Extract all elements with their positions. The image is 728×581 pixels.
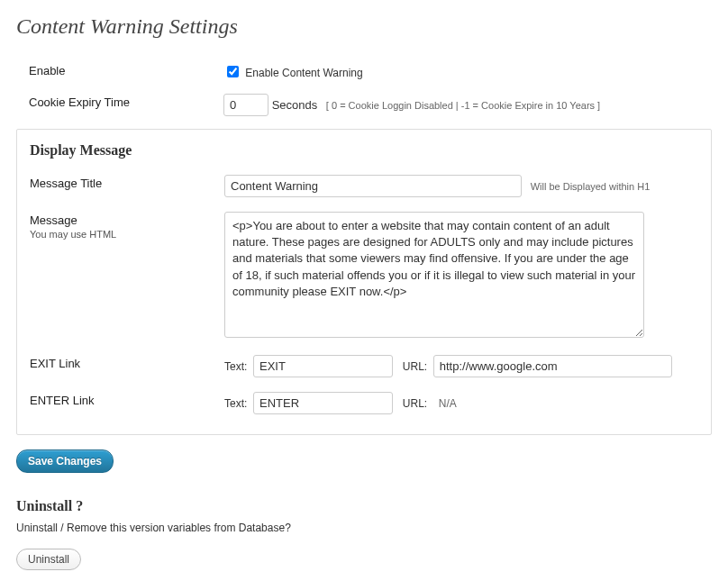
display-message-box: Display Message Message Title Will be Di… [16, 129, 712, 435]
message-title-hint: Will be Displayed within H1 [531, 181, 651, 192]
exit-text-input[interactable] [253, 355, 393, 377]
enter-text-input[interactable] [253, 392, 393, 414]
exit-url-input[interactable] [433, 355, 672, 377]
cookie-hint: [ 0 = Cookie Loggin Disabled | -1 = Cook… [326, 100, 600, 111]
message-title-label: Message Title [17, 168, 215, 204]
exit-url-label: URL: [403, 360, 427, 373]
enable-label: Enable [16, 55, 214, 86]
uninstall-button[interactable]: Uninstall [16, 549, 81, 570]
enter-url-label: URL: [403, 397, 427, 410]
display-heading: Display Message [30, 142, 711, 159]
save-button[interactable]: Save Changes [16, 449, 114, 473]
message-textarea[interactable] [224, 212, 644, 338]
exit-text-label: Text: [224, 360, 247, 373]
uninstall-heading: Uninstall ? [16, 498, 712, 514]
enter-text-label: Text: [224, 397, 247, 410]
cookie-label: Cookie Expiry Time [16, 86, 214, 123]
enter-link-label: ENTER Link [17, 385, 215, 422]
message-title-input[interactable] [224, 175, 522, 197]
cookie-expiry-input[interactable] [223, 94, 268, 116]
enter-url-value: N/A [439, 397, 457, 410]
message-sub: You may use HTML [30, 229, 206, 240]
cookie-unit: Seconds [272, 98, 318, 112]
page-title: Content Warning Settings [16, 14, 712, 39]
uninstall-desc: Uninstall / Remove this version variable… [16, 522, 712, 534]
enable-checkbox-wrap[interactable]: Enable Content Warning [223, 67, 363, 79]
message-label: Message [30, 213, 77, 227]
exit-link-label: EXIT Link [17, 348, 215, 385]
enable-checkbox[interactable] [227, 66, 239, 77]
enable-checkbox-label: Enable Content Warning [245, 67, 362, 79]
